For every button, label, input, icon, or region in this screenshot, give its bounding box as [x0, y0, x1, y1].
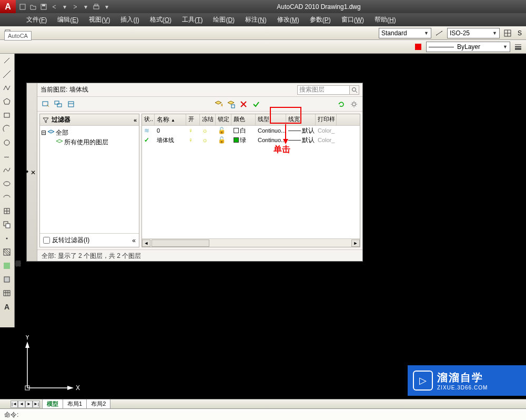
menu-format[interactable]: 格式(O) [145, 13, 177, 26]
menu-modify[interactable]: 修改(M) [272, 13, 305, 26]
bulb-icon[interactable]: ♀ [188, 136, 193, 144]
color-control-icon[interactable] [412, 41, 424, 53]
layer-row[interactable]: ≋ 0 ♀ ☼ 🔓 白 Continuo... —— 默认 Color_ [142, 126, 360, 135]
app-logo[interactable]: A [0, 0, 16, 13]
polyline-icon[interactable] [0, 81, 14, 95]
tree-root[interactable]: ⊟ 全部 [41, 128, 138, 137]
arc-icon[interactable] [0, 122, 14, 136]
col-name[interactable]: 名称 ▲ [155, 114, 186, 125]
col-color[interactable]: 颜色 [231, 114, 256, 125]
scroll-left-icon[interactable]: ◄ [142, 239, 150, 247]
hatch-icon[interactable] [0, 245, 14, 259]
search-input[interactable]: 搜索图层 [297, 85, 350, 95]
lineweight-icon[interactable] [512, 41, 524, 53]
circle-icon[interactable] [0, 136, 14, 149]
bulb-icon[interactable]: ♀ [188, 127, 193, 134]
settings-icon[interactable] [349, 99, 359, 109]
collapse-tree-icon[interactable]: « [134, 117, 137, 123]
revcloud-icon[interactable] [0, 149, 14, 163]
search-icon[interactable] [350, 85, 359, 95]
print-icon[interactable] [92, 2, 101, 12]
tab-next-icon[interactable]: ► [25, 401, 33, 408]
menu-window[interactable]: 窗口(W) [336, 13, 369, 26]
layer-grid-body[interactable]: ≋ 0 ♀ ☼ 🔓 白 Continuo... —— 默认 Color_ ✓ [142, 126, 360, 238]
menu-parametric[interactable]: 参数(P) [305, 13, 336, 26]
sun-icon[interactable]: ☼ [202, 136, 208, 144]
open-icon[interactable] [28, 2, 38, 12]
set-current-icon[interactable] [251, 99, 261, 109]
refresh-icon[interactable] [336, 99, 347, 109]
col-plotstyle[interactable]: 打印样 [316, 114, 337, 125]
col-lock[interactable]: 锁定 [216, 114, 231, 125]
tab-layout1[interactable]: 布局1 [63, 399, 87, 409]
command-line[interactable]: 命令: [0, 408, 526, 420]
table-icon[interactable] [0, 286, 14, 300]
gradient-icon[interactable] [0, 259, 14, 273]
dim-style-icon[interactable] [433, 27, 445, 39]
dim-style-combo[interactable]: ISO-25▼ [447, 28, 500, 38]
new-icon[interactable] [18, 2, 27, 12]
menu-help[interactable]: 帮助(H) [369, 13, 401, 26]
drawing-area[interactable]: A ✕ ⬍ 图层特性管理器 当前图层: 墙体线 搜索图层 ✶ [0, 54, 526, 412]
point-icon[interactable] [0, 232, 14, 245]
layer-row[interactable]: ✓ 墙体线 ♀ ☼ 🔓 绿 Continuo... —— 默认 Color_ [142, 135, 360, 145]
qat-dropdown3-icon[interactable]: ▾ [102, 2, 112, 12]
menu-file[interactable]: 文件(F) [21, 13, 52, 26]
col-on[interactable]: 开 [186, 114, 200, 125]
table-style-icon[interactable] [502, 27, 513, 39]
new-layer-vp-icon[interactable] [226, 99, 236, 109]
file-tab[interactable]: AutoCA [4, 31, 32, 41]
menu-view[interactable]: 视图(V) [84, 13, 115, 26]
tree-expand-icon[interactable]: ⊟ [41, 129, 46, 136]
redo-icon[interactable] [70, 2, 80, 12]
collapse-footer-icon[interactable]: « [132, 237, 136, 244]
ellipse-icon[interactable] [0, 177, 14, 191]
tab-layout2[interactable]: 布局2 [86, 399, 110, 409]
tree-child[interactable]: 所有使用的图层 [41, 137, 138, 147]
layer-states-icon[interactable] [66, 99, 76, 109]
tab-model[interactable]: 模型 [42, 399, 63, 409]
tab-prev-icon[interactable]: ◄ [18, 401, 25, 408]
col-freeze[interactable]: 冻结 [200, 114, 216, 125]
insert-block-icon[interactable] [0, 204, 14, 218]
polygon-icon[interactable] [0, 95, 14, 108]
new-group-filter-icon[interactable] [53, 99, 64, 109]
menu-insert[interactable]: 插入(I) [115, 13, 144, 26]
color-swatch[interactable] [234, 137, 239, 143]
col-lineweight[interactable]: 线宽 [286, 114, 316, 125]
scroll-right-icon[interactable]: ► [351, 239, 360, 247]
region-icon[interactable] [0, 273, 14, 286]
rectangle-icon[interactable] [0, 108, 14, 122]
invert-filter-checkbox[interactable] [43, 237, 50, 244]
new-layer-icon[interactable]: ✶ [213, 99, 224, 109]
tab-first-icon[interactable]: |◄ [11, 401, 18, 408]
delete-layer-icon[interactable] [238, 99, 249, 109]
save-icon[interactable] [39, 2, 48, 12]
new-property-filter-icon[interactable] [41, 99, 51, 109]
menu-tools[interactable]: 工具(T) [177, 13, 208, 26]
lock-icon[interactable]: 🔓 [218, 127, 226, 134]
sun-icon[interactable]: ☼ [202, 127, 208, 134]
spine-pin-icon[interactable]: ⬍ [22, 169, 29, 176]
menu-dimension[interactable]: 标注(N) [240, 13, 272, 26]
menu-edit[interactable]: 编辑(E) [52, 13, 84, 26]
qat-dropdown-icon[interactable]: ▾ [60, 2, 69, 12]
spine-close-icon[interactable]: ✕ [29, 169, 37, 176]
menu-draw[interactable]: 绘图(D) [208, 13, 240, 26]
mtext-icon[interactable]: A [0, 300, 14, 314]
col-status[interactable]: 状.. [142, 114, 155, 125]
undo-icon[interactable] [49, 2, 59, 12]
xline-icon[interactable] [0, 67, 14, 81]
text-style-combo[interactable]: Standard▼ [379, 28, 431, 38]
lock-icon[interactable]: 🔓 [218, 136, 226, 144]
line-icon[interactable] [0, 54, 14, 67]
tab-last-icon[interactable]: ►| [33, 401, 40, 408]
scroll-thumb[interactable] [151, 239, 209, 247]
spline-icon[interactable] [0, 163, 14, 177]
qat-dropdown2-icon[interactable]: ▾ [81, 2, 90, 12]
color-swatch[interactable] [234, 128, 239, 133]
linetype-combo[interactable]: ————ByLayer▼ [426, 42, 510, 52]
make-block-icon[interactable] [0, 218, 14, 232]
filter-tree[interactable]: ⊟ 全部 所有使用的图层 [40, 126, 139, 233]
horizontal-scrollbar[interactable]: ◄ ► [142, 238, 360, 247]
